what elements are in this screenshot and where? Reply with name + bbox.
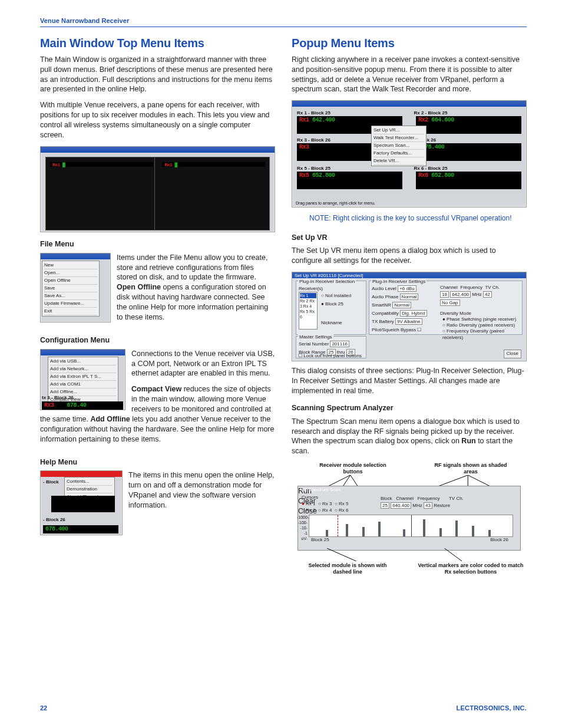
popup-drag-hint: Drag panes to arrange, right-click for m… bbox=[296, 200, 375, 206]
help-menu-contents[interactable]: Contents... bbox=[67, 478, 113, 486]
footer-brand: LECTROSONICS, INC. bbox=[457, 704, 527, 713]
spec-rx6[interactable]: Rx 6 bbox=[339, 508, 348, 513]
spec-freq-field[interactable]: 640.400 bbox=[391, 502, 411, 509]
spec-block25-label: Block 25 bbox=[311, 537, 329, 543]
freq-field[interactable]: 642.400 bbox=[450, 291, 471, 298]
help-block-lower: - Block 26 bbox=[43, 517, 65, 523]
config-menu-com1[interactable]: Add via COM1 bbox=[50, 381, 116, 388]
heading-scanning: Scanning Spectrum Analyzer bbox=[292, 403, 527, 413]
nogap-field[interactable]: No Gap bbox=[440, 299, 460, 306]
config-menu-extron[interactable]: Add via Extron IPL T S... bbox=[50, 373, 116, 381]
setup-block-radio[interactable]: Block 25 bbox=[325, 301, 343, 307]
spec-scale-2: -10- bbox=[300, 526, 308, 530]
popup-context-menu[interactable]: Set Up VR... Walk Test Recorder... Spect… bbox=[371, 126, 427, 166]
spec-rx2[interactable]: Rx 2 bbox=[306, 508, 315, 513]
ctx-walk-test[interactable]: Walk Test Recorder... bbox=[373, 134, 424, 142]
audio-phase-field[interactable]: Normal bbox=[400, 294, 419, 300]
heading-file-menu: File Menu bbox=[40, 239, 275, 249]
para-intro-2: With multiple Venue receivers, a pane op… bbox=[40, 100, 275, 140]
spec-rx3[interactable]: Rx 3 bbox=[322, 501, 332, 506]
spec-scale-3: -1 uV- bbox=[301, 531, 308, 541]
heading-setup-vr: Set Up VR bbox=[292, 233, 527, 243]
setup-rx1[interactable]: Rx 1 bbox=[300, 293, 316, 298]
setup-rx5[interactable]: Rx 5 bbox=[300, 309, 308, 314]
spec-rx5[interactable]: Rx 5 bbox=[339, 501, 348, 506]
setup-close-button[interactable]: Close bbox=[504, 350, 521, 358]
heading-main-window: Main Window Top Menu Items bbox=[40, 35, 275, 51]
figure-main-window: Rx1 █ Rx1 █ bbox=[40, 146, 275, 232]
ann-selected-dashed: Selected module is shown with dashed lin… bbox=[303, 562, 392, 575]
ctx-setup-vr[interactable]: Set Up VR... bbox=[373, 127, 424, 134]
setup-sec1-label: Plug-In Receiver Selection bbox=[298, 279, 356, 285]
setup-rx2[interactable]: Rx 2 bbox=[300, 299, 308, 303]
help-menu-demo[interactable]: Demonstration bbox=[67, 486, 113, 493]
setup-rx4[interactable]: Rx 4 bbox=[303, 304, 312, 308]
spec-graph bbox=[309, 515, 513, 537]
figure-help-menu: Contents... Demonstration About VRpanel.… bbox=[40, 470, 123, 535]
channel-label: Channel bbox=[440, 285, 458, 290]
para-scanning: The Spectrum Scan menu item opens a dial… bbox=[292, 417, 527, 457]
file-menu-new[interactable]: New bbox=[44, 262, 97, 269]
freq-label: Frequency bbox=[460, 285, 482, 290]
compat-field[interactable]: Dig. Hybrid bbox=[400, 310, 427, 317]
tvch-label: TV Ch. bbox=[485, 285, 500, 290]
spec-freq-label: Frequency bbox=[418, 496, 440, 501]
config-block-label: tx 3 - Block 26 bbox=[42, 395, 74, 401]
lockout-check[interactable]: Lock out front panel buttons bbox=[303, 353, 362, 358]
running-header: Venue Narrowband Receiver bbox=[40, 17, 527, 27]
right-column: Popup Menu Items Right clicking anywhere… bbox=[292, 35, 527, 577]
txbatt-label: TX Battery bbox=[372, 319, 394, 324]
left-column: Main Window Top Menu Items The Main Wind… bbox=[40, 35, 275, 577]
ann-rf-shaded: RF signals shown as shaded areas bbox=[432, 462, 509, 475]
file-menu-exit[interactable]: Exit bbox=[44, 308, 97, 315]
ctx-spectrum-scan[interactable]: Spectrum Scan... bbox=[373, 142, 424, 150]
spec-rx1[interactable]: Rx 1 bbox=[306, 501, 315, 506]
div-radio-3[interactable]: Frequency Diversity (paired receivers) bbox=[442, 328, 504, 340]
figure-setup-vr: Set Up VR #201116 [Connected] Plug-In Re… bbox=[292, 272, 527, 361]
heading-popup-menu: Popup Menu Items bbox=[292, 35, 527, 51]
spec-mhz-label: MHz bbox=[412, 503, 422, 508]
ann-vertical-markers: Vertical markers are color coded to matc… bbox=[415, 562, 527, 575]
file-menu-save[interactable]: Save bbox=[44, 285, 97, 292]
svg-line-7 bbox=[444, 548, 462, 561]
config-menu-network[interactable]: Add via Network... bbox=[50, 365, 116, 373]
div-radio-1[interactable]: Phase Switching (single receiver) bbox=[447, 317, 516, 322]
setup-not-installed[interactable]: Not installed bbox=[325, 293, 351, 298]
page-number: 22 bbox=[40, 704, 47, 713]
spec-tvch-field[interactable]: 43 bbox=[424, 502, 432, 509]
tvch-field[interactable]: 42 bbox=[483, 291, 492, 298]
div-radio-2[interactable]: Ratio Diversity (paired receivers) bbox=[447, 322, 515, 328]
svg-line-6 bbox=[327, 548, 356, 561]
smartnr-field[interactable]: Normal bbox=[392, 302, 411, 308]
ctx-delete-vr[interactable]: Delete VR... bbox=[373, 157, 424, 165]
spec-restore-button[interactable]: Restore bbox=[434, 503, 450, 508]
figure-popup-menu: Rx 1 - Block 25 Rx 2 - Block 25 Rx1 642.… bbox=[292, 100, 527, 207]
para-intro-1: The Main Window is organized in a straig… bbox=[40, 55, 275, 95]
spec-scale-0: -1000- bbox=[297, 515, 309, 519]
compat-label: Compatibility bbox=[372, 311, 399, 316]
serial-label: Serial Number bbox=[299, 341, 329, 347]
heading-help-menu: Help Menu bbox=[40, 457, 275, 467]
audio-level-label: Audio Level bbox=[372, 286, 396, 291]
spec-rx4[interactable]: Rx 4 bbox=[322, 508, 332, 513]
spec-chan-label: Channel bbox=[396, 496, 414, 501]
spec-tvch-label: TV Ch. bbox=[449, 496, 464, 501]
mhz-label: MHz bbox=[472, 292, 481, 297]
ctx-factory-defaults[interactable]: Factory Defaults... bbox=[373, 150, 424, 157]
figure-file-menu: New Open... Open Offline Save Save As...… bbox=[40, 253, 111, 322]
figure-config-menu: Add via USB... Add via Network... Add vi… bbox=[40, 349, 125, 410]
spec-dialog-title: VR Spectrum Scan bbox=[300, 487, 340, 493]
serial-field: 201116 bbox=[330, 341, 349, 347]
txbatt-field[interactable]: 9V Alkaline bbox=[395, 318, 422, 325]
para-setup-2: This dialog consists of three sections: … bbox=[292, 366, 527, 396]
file-menu-save-as[interactable]: Save As... bbox=[44, 292, 97, 300]
file-menu-open[interactable]: Open... bbox=[44, 269, 97, 277]
audio-level-field[interactable]: +6 dBu bbox=[398, 285, 416, 292]
figure-spectrum-scan: Receiver module selection buttons RF sig… bbox=[292, 462, 527, 574]
audio-phase-label: Audio Phase bbox=[372, 294, 398, 299]
config-menu-usb[interactable]: Add via USB... bbox=[50, 358, 116, 365]
file-menu-open-offline[interactable]: Open Offline bbox=[44, 277, 97, 285]
setup-sec3-label: Master Settings bbox=[298, 334, 333, 341]
file-menu-list[interactable]: New Open... Open Offline Save Save As...… bbox=[42, 261, 100, 317]
file-menu-update-firmware[interactable]: Update Firmware... bbox=[44, 300, 97, 308]
